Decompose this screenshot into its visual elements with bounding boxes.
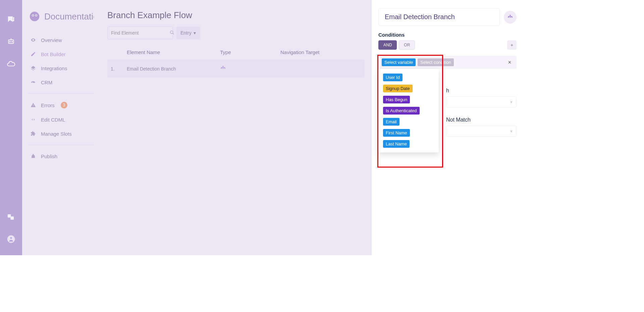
brand: Documentation [22, 10, 100, 33]
sidebar-item-label: Bot Builder [41, 51, 65, 57]
var-last-name[interactable]: Last Name [383, 140, 410, 148]
brand-title: Documentation [44, 11, 94, 22]
svg-point-1 [9, 41, 10, 42]
layers-icon [30, 65, 36, 71]
var-signup-date[interactable]: Signup Date [383, 85, 413, 92]
conditions-label: Conditions [378, 32, 517, 38]
search-icon [170, 30, 174, 36]
add-condition-button[interactable]: + [507, 40, 517, 50]
sidebar-item-crm[interactable]: CRM [25, 75, 97, 89]
var-email[interactable]: Email [383, 118, 399, 126]
remove-condition-button[interactable]: × [506, 59, 513, 65]
branch-type-icon[interactable] [504, 11, 517, 24]
find-element-search[interactable] [107, 27, 173, 39]
sidebar-item-label: Publish [41, 153, 57, 159]
bot-icon[interactable] [5, 36, 17, 48]
search-input[interactable] [111, 30, 170, 36]
main-content: Branch Example Flow Entry ▾ Element Name… [100, 0, 372, 255]
panel-header: Email Detection Branch [378, 8, 517, 26]
var-is-authenticated[interactable]: Is Authenticated [383, 107, 420, 115]
sidebar-item-label: CRM [41, 80, 52, 85]
nav-list-1: Overview Bot Builder Integrations CRM [22, 33, 100, 89]
svg-point-12 [33, 15, 34, 16]
iconbar: A [0, 0, 22, 255]
sidebar-item-publish[interactable]: Publish [25, 149, 97, 163]
dropdown-label: Entry [180, 30, 192, 36]
svg-rect-22 [510, 17, 511, 17]
chat-icon[interactable] [5, 13, 17, 26]
chevron-down-icon: ▿ [511, 100, 512, 104]
sidebar-item-manage-slots[interactable]: Manage Slots [25, 127, 97, 141]
nav-list-2: Errors 3 Edit CDML Manage Slots [22, 98, 100, 141]
sidebar-item-overview[interactable]: Overview [25, 33, 97, 47]
svg-text:A: A [8, 215, 10, 217]
panel-title[interactable]: Email Detection Branch [378, 8, 500, 26]
puzzle-icon [30, 131, 36, 137]
elements-table: Element Name Type Navigation Target 1. E… [100, 45, 372, 78]
var-first-name[interactable]: First Name [383, 129, 410, 137]
svg-point-9 [30, 12, 40, 21]
svg-rect-20 [510, 15, 511, 15]
sidebar-item-bot-builder[interactable]: Bot Builder [25, 47, 97, 61]
sidebar-item-label: Edit CDML [41, 117, 65, 123]
cloud-icon[interactable] [5, 58, 17, 70]
branch-icon [220, 65, 226, 71]
table-row[interactable]: 1. Email Detection Branch [107, 60, 364, 78]
svg-rect-19 [224, 68, 225, 69]
page-title: Branch Example Flow [100, 10, 372, 27]
sidebar: Documentation Overview Bot Builder Integ… [22, 0, 100, 255]
and-button[interactable]: AND [378, 40, 397, 50]
toolbar: Entry ▾ [100, 27, 372, 45]
sidebar-item-edit-cdml[interactable]: Edit CDML [25, 113, 97, 127]
svg-rect-23 [512, 17, 513, 17]
svg-rect-5 [11, 217, 14, 220]
var-has-begun[interactable]: Has Begun [383, 96, 410, 103]
pencil-icon [30, 51, 36, 57]
eye-icon [30, 37, 36, 43]
variable-dropdown-menu: User Id Signup Date Has Begun Is Authent… [378, 69, 439, 152]
chevron-down-icon: ▿ [511, 129, 512, 133]
svg-point-8 [10, 237, 12, 239]
col-navigation-target: Navigation Target [280, 49, 361, 55]
errors-badge: 3 [61, 102, 67, 108]
sidebar-item-label: Errors [41, 102, 55, 108]
sidebar-item-label: Manage Slots [41, 131, 72, 137]
row-type [220, 65, 280, 72]
table-header: Element Name Type Navigation Target [107, 45, 364, 60]
conditions-section: Conditions AND OR + [378, 32, 517, 50]
nav-list-3: Publish [22, 149, 100, 163]
or-button[interactable]: OR [399, 40, 415, 50]
broadcast-icon [30, 153, 36, 159]
svg-rect-18 [223, 68, 224, 69]
select-condition-chip[interactable]: Select condition [418, 58, 454, 66]
code-icon [30, 117, 36, 123]
select-variable-chip[interactable]: Select variable [382, 58, 416, 66]
if-match-select[interactable]: ▿ [446, 96, 517, 107]
if-not-match-select[interactable]: ▿ [446, 126, 517, 137]
condition-row: Select variable Select condition × User … [378, 56, 517, 69]
sidebar-item-label: Overview [41, 37, 62, 43]
svg-rect-16 [223, 66, 224, 66]
row-name: Email Detection Branch [127, 66, 220, 72]
svg-rect-21 [508, 17, 509, 17]
svg-point-13 [36, 15, 37, 16]
entry-dropdown[interactable]: Entry ▾ [176, 27, 200, 39]
sidebar-item-integrations[interactable]: Integrations [25, 61, 97, 75]
svg-point-2 [12, 41, 13, 42]
user-icon[interactable] [5, 233, 17, 245]
var-user-id[interactable]: User Id [383, 74, 402, 81]
svg-point-14 [170, 31, 173, 33]
col-element-name: Element Name [127, 49, 220, 55]
warning-icon [30, 102, 36, 108]
detail-panel: Email Detection Branch Conditions AND OR… [372, 0, 523, 255]
brand-logo-icon [28, 10, 41, 23]
sidebar-item-errors[interactable]: Errors 3 [25, 98, 97, 113]
chevron-down-icon: ▾ [194, 30, 196, 36]
row-index: 1. [111, 66, 127, 72]
svg-rect-17 [221, 68, 222, 69]
sidebar-item-label: Integrations [41, 65, 67, 71]
svg-line-15 [173, 33, 174, 34]
translate-icon[interactable]: A [5, 211, 17, 223]
handshake-icon [30, 79, 36, 85]
col-type: Type [220, 49, 280, 55]
